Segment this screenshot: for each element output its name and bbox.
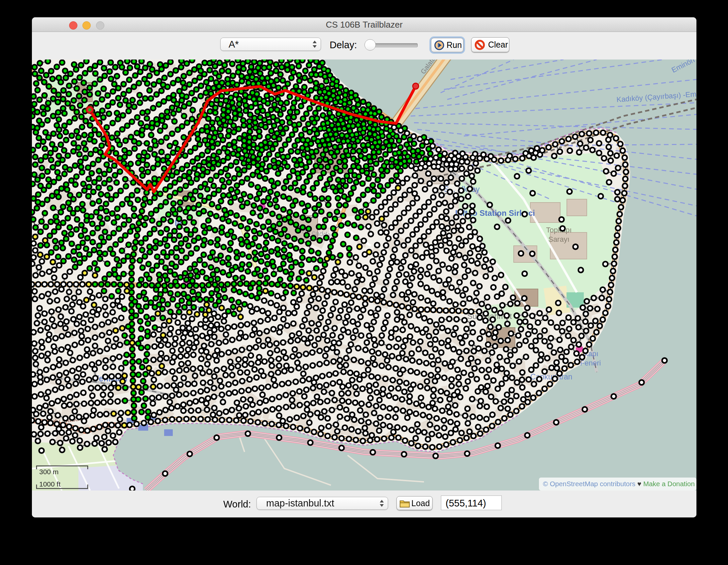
svg-text:© OpenStreetMap contributors ♥: © OpenStreetMap contributors ♥ Make a Do…: [543, 480, 695, 488]
svg-text:300 m: 300 m: [39, 468, 58, 476]
svg-text:1000 ft: 1000 ft: [39, 480, 60, 488]
svg-text:Topkapı: Topkapı: [546, 226, 572, 234]
svg-text:Sarayı: Sarayı: [548, 235, 570, 243]
